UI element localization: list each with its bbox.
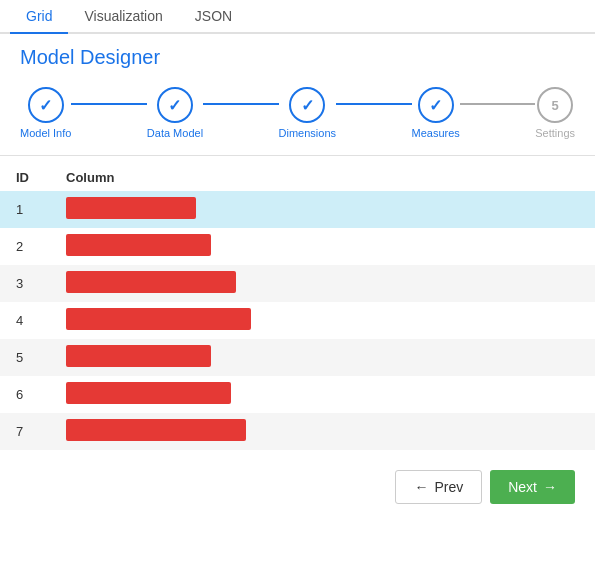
col-header-column: Column — [50, 164, 595, 191]
cell-id: 1 — [0, 191, 50, 228]
step-line-3 — [336, 103, 411, 105]
step-measures[interactable]: ✓ Measures — [412, 87, 460, 139]
arrow-left-icon: ← — [414, 479, 428, 495]
top-tabs: Grid Visualization JSON — [0, 0, 595, 34]
step-line-1 — [71, 103, 146, 105]
data-table: ID Column 1234567 — [0, 164, 595, 450]
cell-id: 6 — [0, 376, 50, 413]
step-number-5: 5 — [552, 98, 559, 113]
cell-column — [50, 339, 595, 376]
cell-column — [50, 265, 595, 302]
step-label-5: Settings — [535, 127, 575, 139]
step-circle-1: ✓ — [28, 87, 64, 123]
check-icon-1: ✓ — [39, 96, 52, 115]
next-button[interactable]: Next → — [490, 470, 575, 504]
check-icon-3: ✓ — [301, 96, 314, 115]
cell-id: 4 — [0, 302, 50, 339]
step-dimensions[interactable]: ✓ Dimensions — [279, 87, 336, 139]
tab-grid[interactable]: Grid — [10, 0, 68, 34]
step-line-2 — [203, 103, 278, 105]
table-row[interactable]: 3 — [0, 265, 595, 302]
cell-column — [50, 413, 595, 450]
step-label-3: Dimensions — [279, 127, 336, 139]
red-bar — [66, 197, 196, 219]
red-bar — [66, 271, 236, 293]
cell-id: 2 — [0, 228, 50, 265]
step-label-2: Data Model — [147, 127, 203, 139]
red-bar — [66, 308, 251, 330]
cell-id: 7 — [0, 413, 50, 450]
cell-id: 3 — [0, 265, 50, 302]
cell-column — [50, 191, 595, 228]
footer: ← Prev Next → — [0, 458, 595, 516]
cell-column — [50, 376, 595, 413]
table-row[interactable]: 7 — [0, 413, 595, 450]
table-row[interactable]: 4 — [0, 302, 595, 339]
table-row[interactable]: 6 — [0, 376, 595, 413]
step-data-model[interactable]: ✓ Data Model — [147, 87, 203, 139]
arrow-right-icon: → — [543, 479, 557, 495]
tab-visualization[interactable]: Visualization — [68, 0, 178, 34]
step-model-info[interactable]: ✓ Model Info — [20, 87, 71, 139]
divider — [0, 155, 595, 156]
check-icon-4: ✓ — [429, 96, 442, 115]
red-bar — [66, 382, 231, 404]
red-bar — [66, 419, 246, 441]
stepper: ✓ Model Info ✓ Data Model ✓ Dimensions ✓… — [0, 77, 595, 155]
red-bar — [66, 234, 211, 256]
step-circle-2: ✓ — [157, 87, 193, 123]
step-settings[interactable]: 5 Settings — [535, 87, 575, 139]
step-label-4: Measures — [412, 127, 460, 139]
cell-column — [50, 228, 595, 265]
step-label-1: Model Info — [20, 127, 71, 139]
step-line-4 — [460, 103, 535, 105]
step-circle-5: 5 — [537, 87, 573, 123]
step-circle-3: ✓ — [289, 87, 325, 123]
cell-column — [50, 302, 595, 339]
col-header-id: ID — [0, 164, 50, 191]
page-title: Model Designer — [0, 34, 595, 77]
prev-button[interactable]: ← Prev — [395, 470, 482, 504]
table-row[interactable]: 1 — [0, 191, 595, 228]
red-bar — [66, 345, 211, 367]
prev-label: Prev — [434, 479, 463, 495]
check-icon-2: ✓ — [168, 96, 181, 115]
next-label: Next — [508, 479, 537, 495]
table-row[interactable]: 5 — [0, 339, 595, 376]
table-row[interactable]: 2 — [0, 228, 595, 265]
tab-json[interactable]: JSON — [179, 0, 248, 34]
step-circle-4: ✓ — [418, 87, 454, 123]
cell-id: 5 — [0, 339, 50, 376]
